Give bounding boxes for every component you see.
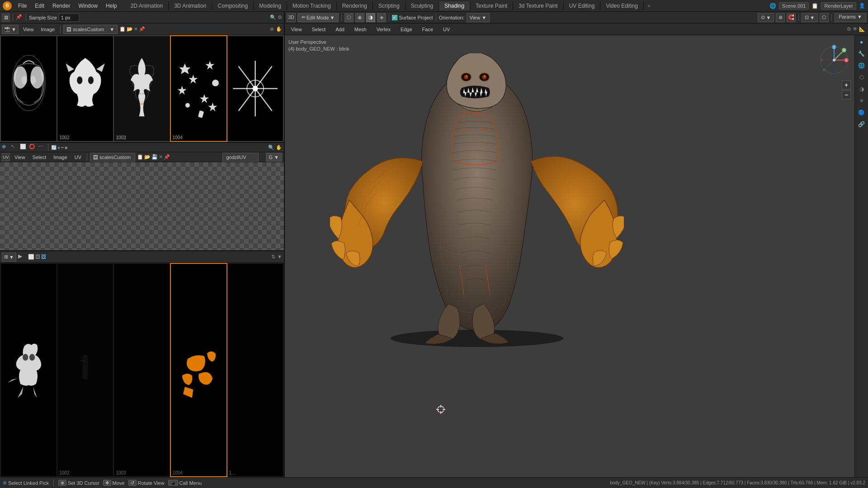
vp-icon-2[interactable]: 👁 xyxy=(853,26,858,32)
constraints-sidebar-icon[interactable]: 🔗 xyxy=(857,119,867,129)
uv-tool-cursor[interactable]: ⊕ xyxy=(2,144,9,151)
uv-editor-type-icon[interactable]: UV xyxy=(2,153,10,161)
uv-menu-view[interactable]: View xyxy=(12,154,28,161)
zoom-in-btn[interactable]: + xyxy=(842,80,851,89)
snap-btn[interactable]: 🧲 xyxy=(787,13,796,22)
open2-icon[interactable]: 📂 xyxy=(144,154,151,160)
tab-2d-animation[interactable]: 2D Animation xyxy=(125,1,169,10)
object-sidebar-icon[interactable]: ⬡ xyxy=(857,72,867,82)
nav-gizmo[interactable]: X Y Z xyxy=(818,44,850,76)
menu-render[interactable]: Render xyxy=(49,2,74,10)
cursor-icon[interactable]: ⊕ xyxy=(270,26,274,32)
scene-name[interactable]: Scene.001 xyxy=(779,2,809,9)
save-icon[interactable]: 💾 xyxy=(151,154,158,160)
particles-sidebar-icon[interactable]: ✳ xyxy=(857,96,867,106)
shading-wireframe[interactable]: ⬡ xyxy=(344,13,354,22)
shading-material[interactable]: ◑ xyxy=(366,13,375,22)
vp-header-view[interactable]: View xyxy=(288,26,306,33)
image-thumb-2[interactable]: 1002 xyxy=(57,36,113,141)
add-workspace-btn[interactable]: + xyxy=(644,2,654,10)
bottom-thumb-1[interactable] xyxy=(1,264,57,476)
menu-edit[interactable]: Edit xyxy=(31,2,48,10)
tab-motion-tracking[interactable]: Motion Tracking xyxy=(287,1,337,10)
pin-icon[interactable]: 📌 xyxy=(16,14,23,21)
zoom-icon[interactable]: 🔍 xyxy=(270,14,276,20)
material-sidebar-icon[interactable]: ◑ xyxy=(857,84,867,94)
tab-texture-paint[interactable]: Texture Paint xyxy=(470,1,513,10)
bot-play-icon[interactable]: ▶ xyxy=(18,253,26,261)
x2-icon[interactable]: ✕ xyxy=(159,154,163,160)
menu-file[interactable]: File xyxy=(14,2,30,10)
pin2-icon[interactable]: 📌 xyxy=(139,26,145,32)
shading-solid[interactable]: ◉ xyxy=(355,13,364,22)
zoom-uv-icon[interactable]: 🔍 xyxy=(268,145,274,150)
scene-sidebar-icon[interactable]: 🌐 xyxy=(857,61,867,70)
proportional-btn[interactable]: ⊚ xyxy=(776,13,785,22)
bottom-thumb-4[interactable]: 1004 xyxy=(171,264,226,476)
hand-icon[interactable]: ✋ xyxy=(276,26,282,32)
image-thumb-4[interactable]: 1004 xyxy=(171,36,226,141)
uv-viewport[interactable] xyxy=(0,162,284,250)
bottom-thumb-2[interactable]: 1002 xyxy=(57,264,113,476)
pivot-selector[interactable]: ⊙ ▼ xyxy=(758,13,774,22)
tab-shading[interactable]: Shading xyxy=(439,1,470,10)
shading-rendered[interactable]: ◈ xyxy=(377,13,386,22)
uv-name-field[interactable]: godzilUV xyxy=(222,153,259,162)
uv-g-icon[interactable]: G ▼ xyxy=(266,153,283,162)
image-thumb-5[interactable] xyxy=(227,36,283,141)
pin3-icon[interactable]: 📌 xyxy=(164,154,170,160)
vp-editor-type[interactable]: 3D xyxy=(287,13,296,22)
tab-scripting[interactable]: Scripting xyxy=(373,1,406,10)
edge-icon[interactable]: ━ xyxy=(61,145,64,150)
tab-3d-texture-paint[interactable]: 3d Texture Paint xyxy=(513,1,564,10)
editor-type-icon[interactable]: 🖼 xyxy=(2,14,10,22)
orientation-selector[interactable]: View ▼ xyxy=(467,13,490,22)
uv-tool-select[interactable]: ↖ xyxy=(11,144,18,151)
uv-tool-box[interactable]: ⬜ xyxy=(20,144,27,151)
tab-video-editing[interactable]: Video Editing xyxy=(600,1,644,10)
tab-modeling[interactable]: Modeling xyxy=(254,1,287,10)
uv-tool-circle[interactable]: ⭕ xyxy=(29,144,36,151)
sample-size-input[interactable] xyxy=(59,14,79,22)
overlay-btn[interactable]: ⊡ ▼ xyxy=(802,13,818,22)
tab-rendering[interactable]: Rendering xyxy=(337,1,373,10)
filter-icon[interactable]: ▼ xyxy=(277,254,282,260)
square-icon[interactable]: ⬜ xyxy=(28,254,34,260)
vp-header-vertex[interactable]: Vertex xyxy=(373,26,394,33)
bottom-thumb-5[interactable]: 1... xyxy=(227,264,283,476)
uv-menu-image[interactable]: Image xyxy=(51,154,70,161)
tab-3d-animation[interactable]: 3D Animation xyxy=(169,1,212,10)
editor-type-selector[interactable]: 📸 ▼ xyxy=(2,25,19,34)
render-properties-btn[interactable]: Params ▼ xyxy=(835,13,866,22)
datablock-selector[interactable]: 🖼 scalesCustom ▼ xyxy=(63,25,118,34)
vp-header-uv[interactable]: UV xyxy=(439,26,453,33)
tab-compositing[interactable]: Compositing xyxy=(212,1,254,10)
vp-header-select[interactable]: Select xyxy=(308,26,330,33)
image-thumb-1[interactable] xyxy=(1,36,57,141)
vp-header-add[interactable]: Add xyxy=(332,26,348,33)
open-icon[interactable]: 📂 xyxy=(127,26,133,32)
physics-sidebar-icon[interactable]: 🔵 xyxy=(857,108,867,117)
sort-icon[interactable]: ⇅ xyxy=(271,254,275,260)
vert-icon[interactable]: ● xyxy=(57,145,60,150)
tab-sculpting[interactable]: Sculpting xyxy=(406,1,439,10)
pic-icon[interactable]: 🖼 xyxy=(35,254,40,260)
vp-icon-1[interactable]: ⚙ xyxy=(847,26,851,32)
render-layer[interactable]: RenderLayer xyxy=(821,2,856,9)
vp-icon-3[interactable]: 📐 xyxy=(859,26,865,32)
zoom-out-btn[interactable]: − xyxy=(842,90,851,99)
settings-icon[interactable]: ⚙ xyxy=(278,14,282,20)
uv-datablock-selector[interactable]: 🖼 scalesCustom xyxy=(90,153,135,162)
surface-project-check[interactable]: ✓ Surface Project xyxy=(392,15,433,20)
3d-viewport[interactable]: User Perspective (4) body_GEO_NEW : blin… xyxy=(285,35,868,477)
menu-help[interactable]: Help xyxy=(102,2,121,10)
uv-tool-lasso[interactable]: 〰 xyxy=(38,144,45,151)
face-icon[interactable]: ■ xyxy=(65,145,67,150)
uv-menu-uv[interactable]: UV xyxy=(72,154,84,161)
new-icon[interactable]: 📋 xyxy=(119,26,126,32)
sync-icon[interactable]: 🔄 xyxy=(51,145,57,150)
vp-header-mesh[interactable]: Mesh xyxy=(351,26,370,33)
header-menu-view[interactable]: View xyxy=(20,26,37,33)
menu-window[interactable]: Window xyxy=(75,2,101,10)
tab-uv-editing[interactable]: UV Editing xyxy=(564,1,601,10)
